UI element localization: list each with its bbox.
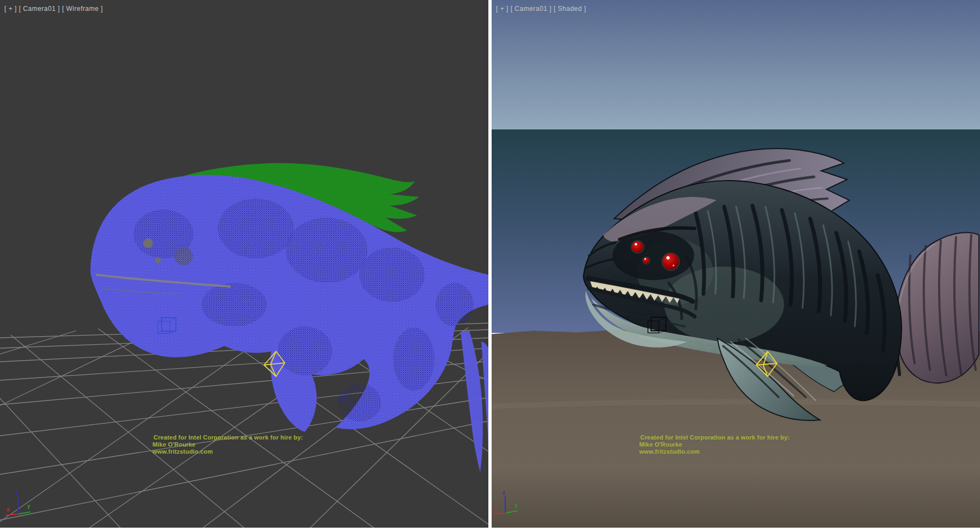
watermark-line1: Created for Intel Corporation as a work … bbox=[640, 434, 789, 441]
axis-y-label: y bbox=[514, 502, 518, 508]
eye-spot-stipple bbox=[174, 247, 193, 265]
eye-spot bbox=[143, 238, 153, 248]
watermark-line2: Mike O'Rourke bbox=[639, 441, 682, 448]
axis-z-label: z bbox=[15, 491, 18, 497]
axis-y-label: y bbox=[27, 503, 30, 509]
viewport-label-shaded[interactable]: [ + ] [ Camera01 ] [ Shaded ] bbox=[496, 5, 586, 13]
watermark-line3: www.fritzstudio.com bbox=[152, 448, 213, 455]
sky-background bbox=[492, 0, 980, 129]
watermark-line1: Created for Intel Corporation as a work … bbox=[154, 434, 303, 441]
viewport-shaded-canvas: x y z Created for Intel Corporation as a… bbox=[492, 0, 980, 528]
eye-spot-small bbox=[155, 257, 161, 263]
axis-x-label: x bbox=[494, 505, 497, 511]
watermark-line2: Mike O'Rourke bbox=[152, 441, 195, 448]
watermark-line3: www.fritzstudio.com bbox=[639, 448, 700, 455]
viewport-wireframe-canvas: x y z Created for Intel Corporation as a… bbox=[0, 0, 488, 528]
viewport-label-wireframe[interactable]: [ + ] [ Camera01 ] [ Wireframe ] bbox=[4, 5, 103, 13]
viewport-shaded[interactable]: x y z Created for Intel Corporation as a… bbox=[492, 0, 980, 528]
axis-z-label: z bbox=[503, 490, 505, 496]
eye-socket-mask bbox=[612, 231, 694, 280]
viewport-wireframe[interactable]: x y z Created for Intel Corporation as a… bbox=[0, 0, 488, 528]
axis-x-label: x bbox=[7, 506, 10, 512]
